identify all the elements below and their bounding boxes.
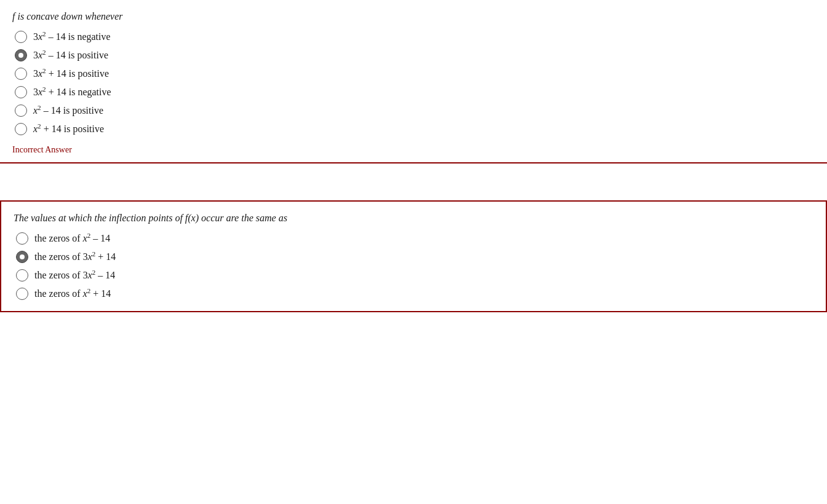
q2-label-2: the zeros of 3x2 + 14 [34,251,116,262]
q1-label-3: 3x2 + 14 is positive [33,68,109,79]
q1-radio-5[interactable] [15,104,27,117]
q2-label-4: the zeros of x2 + 14 [34,288,111,299]
q1-label-5: x2 – 14 is positive [33,105,103,116]
question1-options: 3x2 – 14 is negative 3x2 – 14 is positiv… [12,31,815,135]
q1-radio-1[interactable] [15,31,27,43]
q1-option-2[interactable]: 3x2 – 14 is positive [15,49,815,61]
q2-radio-4[interactable] [16,288,28,300]
question1-section: f is concave down whenever 3x2 – 14 is n… [0,0,827,163]
q1-label-6: x2 + 14 is positive [33,124,104,135]
q2-radio-3[interactable] [16,269,28,282]
q1-radio-6[interactable] [15,123,27,135]
q1-label-4: 3x2 + 14 is negative [33,87,111,98]
q1-option-1[interactable]: 3x2 – 14 is negative [15,31,815,43]
q2-radio-1[interactable] [16,232,28,245]
q2-label-1: the zeros of x2 – 14 [34,233,110,244]
q1-radio-3[interactable] [15,68,27,80]
incorrect-answer-feedback: Incorrect Answer [12,141,815,155]
question2-section: The values at which the inflection point… [0,200,827,312]
q2-option-1[interactable]: the zeros of x2 – 14 [16,232,813,245]
q1-radio-2[interactable] [15,49,27,61]
italic-f: f [12,11,15,22]
q2-label-3: the zeros of 3x2 – 14 [34,270,115,281]
q1-label-2: 3x2 – 14 is positive [33,50,108,61]
q1-option-6[interactable]: x2 + 14 is positive [15,123,815,135]
question2-options: the zeros of x2 – 14 the zeros of 3x2 + … [14,232,813,300]
q1-option-4[interactable]: 3x2 + 14 is negative [15,86,815,98]
q1-option-5[interactable]: x2 – 14 is positive [15,104,815,117]
page-container: f is concave down whenever 3x2 – 14 is n… [0,0,827,504]
q1-option-3[interactable]: 3x2 + 14 is positive [15,68,815,80]
q1-label-1: 3x2 – 14 is negative [33,31,111,42]
q2-option-4[interactable]: the zeros of x2 + 14 [16,288,813,300]
question2-prompt: The values at which the inflection point… [14,213,813,224]
q2-radio-2[interactable] [16,251,28,263]
question1-prompt: f is concave down whenever [12,11,815,22]
q2-option-2[interactable]: the zeros of 3x2 + 14 [16,251,813,263]
q2-option-3[interactable]: the zeros of 3x2 – 14 [16,269,813,282]
q1-radio-4[interactable] [15,86,27,98]
section-gap [0,163,827,200]
